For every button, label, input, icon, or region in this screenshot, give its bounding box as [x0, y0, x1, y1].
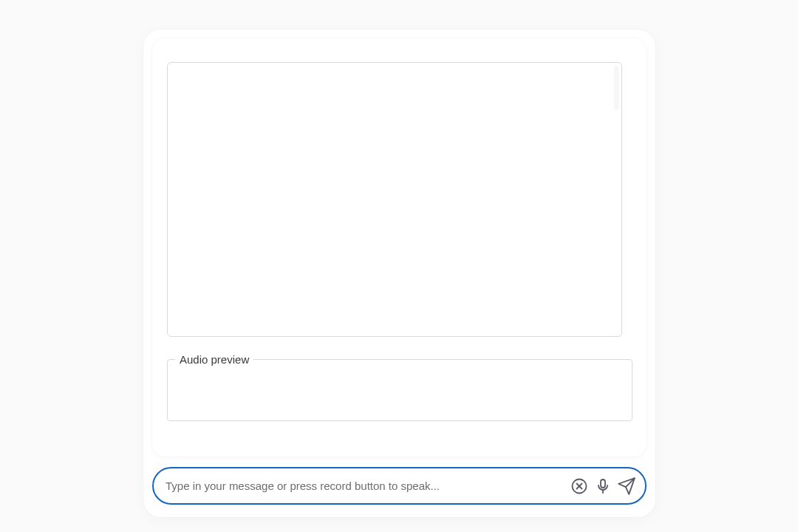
message-area[interactable]: [167, 62, 622, 337]
composer: [152, 467, 647, 505]
content-panel: Audio preview: [152, 38, 647, 457]
message-input[interactable]: [164, 474, 567, 498]
svg-rect-3: [601, 480, 605, 488]
microphone-icon[interactable]: [592, 475, 614, 497]
audio-preview-box: Audio preview: [167, 359, 632, 421]
scrollbar-thumb[interactable]: [614, 66, 619, 110]
chat-widget: Audio preview: [143, 30, 655, 517]
send-icon[interactable]: [615, 475, 638, 497]
audio-preview-label: Audio preview: [175, 352, 253, 367]
close-icon[interactable]: [568, 475, 590, 497]
